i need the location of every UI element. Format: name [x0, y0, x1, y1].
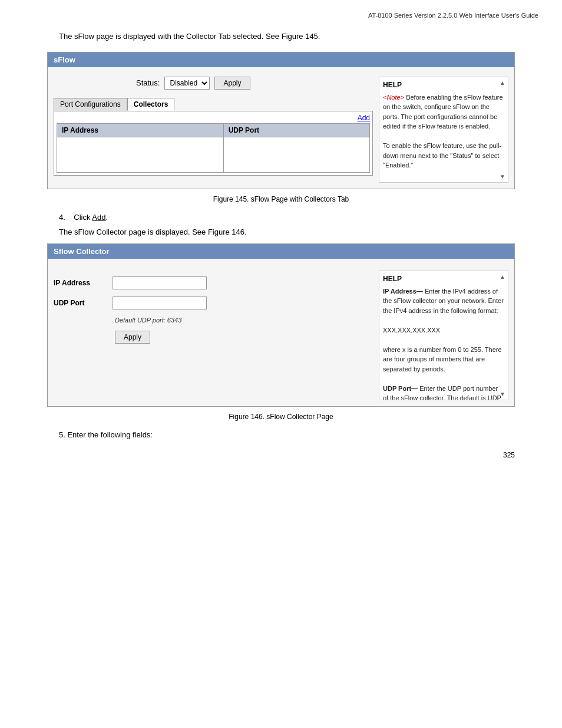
collectors-content: Add IP Address UDP Port — [54, 111, 373, 176]
ip-address-row: IP Address — [54, 276, 373, 289]
step4b-text: The sFlow Collector page is displayed. S… — [59, 228, 503, 236]
step4-text: 4. Click Add. — [59, 213, 503, 222]
apply-button-collector[interactable]: Apply — [115, 331, 150, 344]
col-ip-address: IP Address — [57, 123, 224, 137]
step5-text: 5. Enter the following fields: — [59, 430, 503, 439]
collector-scroll-down-icon[interactable]: ▼ — [500, 391, 505, 397]
collectors-table: IP Address UDP Port — [57, 123, 370, 173]
figure145-caption: Figure 145. sFlow Page with Collectors T… — [24, 195, 538, 203]
tabs-container: Port Configurations Collectors — [54, 98, 373, 111]
collector-help-title: HELP — [383, 275, 504, 283]
collector-help-panel: ▲ HELP IP Address— Enter the IPv4 addres… — [379, 271, 508, 400]
page-number: 325 — [24, 451, 515, 459]
scroll-down-icon[interactable]: ▼ — [500, 173, 505, 180]
ip-address-input[interactable] — [113, 276, 207, 289]
add-ref: Add — [92, 213, 105, 222]
table-row-empty — [57, 137, 370, 172]
status-select[interactable]: Disabled Enabled — [164, 77, 210, 90]
header-text: AT-8100 Series Version 2.2.5.0 Web Inter… — [368, 12, 538, 19]
sflow-panel: sFlow Status: Disabled Enabled Apply Por… — [47, 52, 515, 189]
sflow-panel-body: Status: Disabled Enabled Apply Port Conf… — [48, 67, 514, 189]
collector-panel-left: IP Address UDP Port Default UDP port: 63… — [54, 271, 373, 400]
add-link[interactable]: Add — [57, 114, 370, 122]
collector-panel-title: Sflow Collector — [48, 244, 514, 259]
tab-collectors[interactable]: Collectors — [127, 98, 175, 111]
status-row: Status: Disabled Enabled Apply — [54, 77, 373, 90]
figure146-caption: Figure 146. sFlow Collector Page — [24, 413, 538, 421]
intro-text: The sFlow page is displayed with the Col… — [59, 31, 503, 42]
collector-panel-body: IP Address UDP Port Default UDP port: 63… — [48, 259, 514, 406]
page-header: AT-8100 Series Version 2.2.5.0 Web Inter… — [24, 12, 538, 19]
apply-button-sflow[interactable]: Apply — [214, 77, 250, 90]
collector-scroll-up-icon[interactable]: ▲ — [500, 274, 505, 280]
col-udp-port: UDP Port — [223, 123, 369, 137]
ip-address-label: IP Address — [54, 279, 113, 287]
collector-help-content: IP Address— Enter the IPv4 address of th… — [383, 286, 504, 400]
sflow-help-title: HELP — [383, 81, 504, 89]
udp-port-row: UDP Port — [54, 297, 373, 309]
default-udp-note: Default UDP port: 6343 — [115, 317, 373, 324]
udp-port-label: UDP Port — [54, 299, 113, 307]
scroll-up-icon[interactable]: ▲ — [500, 80, 505, 86]
udp-port-input[interactable] — [113, 297, 207, 309]
sflow-help-content: <Note> Before enabling the sFlow feature… — [383, 93, 504, 183]
status-label: Status: — [136, 78, 160, 87]
collector-panel: Sflow Collector IP Address UDP Port Defa… — [47, 243, 515, 407]
sflow-help-panel: ▲ HELP <Note> Before enabling the sFlow … — [379, 77, 508, 183]
sflow-panel-left: Status: Disabled Enabled Apply Port Conf… — [54, 77, 373, 183]
sflow-panel-title: sFlow — [48, 52, 514, 67]
tab-port-configurations[interactable]: Port Configurations — [54, 98, 127, 111]
